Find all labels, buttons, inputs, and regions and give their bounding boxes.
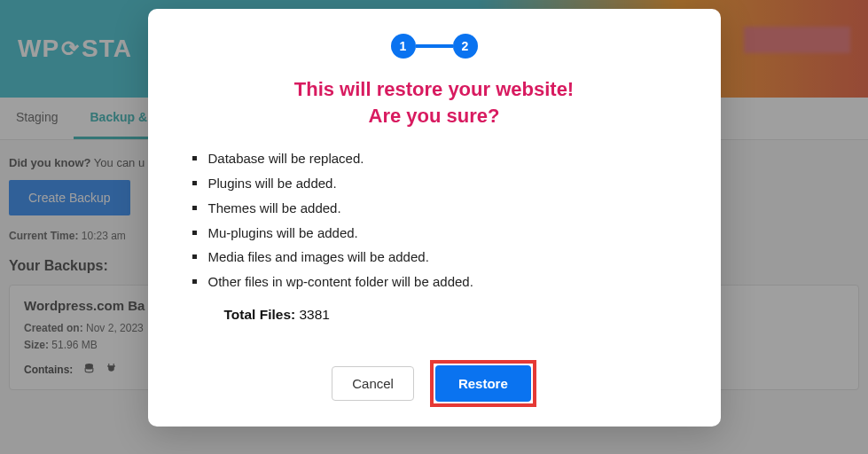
cancel-button[interactable]: Cancel <box>332 366 414 401</box>
restore-items-list: Database will be replaced. Plugins will … <box>178 146 691 294</box>
stepper: 1 2 <box>178 34 691 59</box>
total-files-value: 3381 <box>299 307 329 322</box>
list-item: Plugins will be added. <box>208 171 691 196</box>
modal-actions: Cancel Restore <box>178 360 691 407</box>
list-item: Database will be replaced. <box>208 146 691 171</box>
step-connector <box>416 44 453 48</box>
restore-highlight: Restore <box>430 360 536 407</box>
modal-title-line1: This will restore your website! <box>294 78 574 100</box>
total-files-label: Total Files: <box>224 307 296 322</box>
modal-title-line2: Are you sure? <box>369 105 500 127</box>
step-2: 2 <box>453 34 478 59</box>
restore-modal: 1 2 This will restore your website! Are … <box>148 9 721 427</box>
list-item: Themes will be added. <box>208 196 691 221</box>
modal-overlay: 1 2 This will restore your website! Are … <box>0 0 868 454</box>
list-item: Other files in wp-content folder will be… <box>208 270 691 294</box>
modal-title: This will restore your website! Are you … <box>178 76 691 129</box>
restore-button[interactable]: Restore <box>435 365 531 402</box>
list-item: Media files and images will be added. <box>208 245 691 270</box>
list-item: Mu-plugins will be added. <box>208 221 691 246</box>
step-1: 1 <box>391 34 416 59</box>
total-files: Total Files: 3381 <box>178 307 691 323</box>
